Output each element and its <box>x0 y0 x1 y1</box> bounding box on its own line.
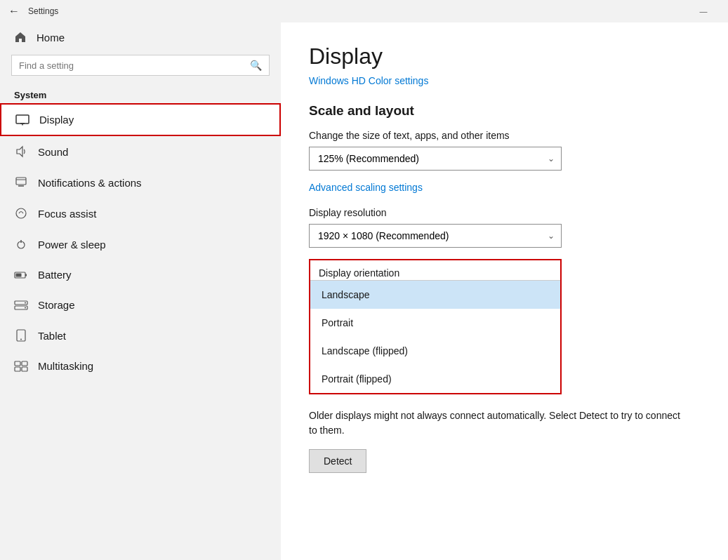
resolution-dropdown[interactable]: 1920 × 1080 (Recommended) 1280 × 720 102… <box>309 224 562 248</box>
svg-point-7 <box>16 208 26 218</box>
info-text: Older displays might not always connect … <box>309 408 688 438</box>
page-title: Display <box>309 44 700 69</box>
svg-rect-11 <box>16 273 22 276</box>
minimize-button[interactable]: — <box>687 0 720 22</box>
search-input[interactable] <box>19 60 244 71</box>
titlebar-left: ← Settings <box>8 5 58 18</box>
svg-rect-19 <box>15 361 20 366</box>
sidebar-item-power[interactable]: Power & sleep <box>0 229 281 260</box>
display-icon <box>15 114 29 126</box>
titlebar-controls: — <box>687 0 720 22</box>
svg-rect-21 <box>15 367 20 371</box>
sidebar-item-multitasking-label: Multitasking <box>38 360 93 372</box>
orientation-dropdown-container: Display orientation Landscape Portrait L… <box>309 259 562 394</box>
scale-dropdown[interactable]: 100% 125% (Recommended) 150% 175% <box>309 147 562 171</box>
scale-dropdown-wrapper: 100% 125% (Recommended) 150% 175% ⌄ <box>309 147 562 171</box>
tablet-icon <box>14 329 28 342</box>
sidebar-item-storage-label: Storage <box>38 299 75 311</box>
orientation-option-portrait-flipped[interactable]: Portrait (flipped) <box>310 365 560 393</box>
svg-point-18 <box>20 339 22 340</box>
detect-button[interactable]: Detect <box>309 449 366 473</box>
orientation-option-landscape-flipped[interactable]: Landscape (flipped) <box>310 337 560 365</box>
sound-icon <box>14 145 28 158</box>
sidebar-item-sound-label: Sound <box>38 146 68 158</box>
back-button[interactable]: ← <box>8 5 20 18</box>
titlebar-title: Settings <box>28 6 58 16</box>
resolution-dropdown-wrapper: 1920 × 1080 (Recommended) 1280 × 720 102… <box>309 224 562 248</box>
titlebar: ← Settings — <box>0 0 728 22</box>
sidebar-item-tablet-label: Tablet <box>38 330 66 342</box>
sidebar: Home 🔍 System Display <box>0 22 281 560</box>
sidebar-item-display-label: Display <box>39 114 74 126</box>
sidebar-item-home[interactable]: Home <box>0 22 281 52</box>
sidebar-item-notifications-label: Notifications & actions <box>38 177 142 189</box>
content-area: Display Windows HD Color settings Scale … <box>281 22 728 560</box>
scale-section-title: Scale and layout <box>309 103 700 119</box>
hd-color-link[interactable]: Windows HD Color settings <box>309 75 700 86</box>
sidebar-item-storage[interactable]: Storage <box>0 290 281 320</box>
home-label: Home <box>37 32 65 44</box>
svg-rect-22 <box>22 367 27 371</box>
sidebar-item-notifications[interactable]: Notifications & actions <box>0 167 281 198</box>
focus-icon <box>14 207 28 220</box>
svg-marker-3 <box>17 147 22 156</box>
orientation-options: Landscape Portrait Landscape (flipped) P… <box>310 280 560 393</box>
sidebar-item-battery[interactable]: Battery <box>0 260 281 290</box>
svg-rect-20 <box>22 361 27 366</box>
main-layout: Home 🔍 System Display <box>0 22 728 560</box>
sidebar-item-sound[interactable]: Sound <box>0 136 281 167</box>
search-icon: 🔍 <box>250 60 262 71</box>
sidebar-item-battery-label: Battery <box>38 269 72 281</box>
sidebar-section-title: System <box>0 84 281 103</box>
sidebar-item-power-label: Power & sleep <box>38 239 106 251</box>
sidebar-item-focus[interactable]: Focus assist <box>0 198 281 229</box>
search-box: 🔍 <box>11 55 270 76</box>
svg-point-15 <box>25 302 26 303</box>
orientation-label: Display orientation <box>310 260 560 280</box>
notifications-icon <box>14 176 28 189</box>
scale-label: Change the size of text, apps, and other… <box>309 130 700 141</box>
svg-rect-4 <box>16 178 26 185</box>
battery-icon <box>14 271 28 279</box>
orientation-option-portrait[interactable]: Portrait <box>310 309 560 337</box>
resolution-label: Display resolution <box>309 207 700 218</box>
sidebar-item-tablet[interactable]: Tablet <box>0 320 281 351</box>
sidebar-item-focus-label: Focus assist <box>38 208 96 220</box>
orientation-option-landscape[interactable]: Landscape <box>310 281 560 309</box>
svg-rect-0 <box>16 115 29 124</box>
storage-icon <box>14 300 28 310</box>
svg-point-16 <box>25 307 26 308</box>
multitasking-icon <box>14 361 28 372</box>
power-icon <box>14 238 28 251</box>
advanced-scaling-link[interactable]: Advanced scaling settings <box>309 182 700 193</box>
sidebar-item-display[interactable]: Display <box>0 103 281 136</box>
sidebar-item-multitasking[interactable]: Multitasking <box>0 351 281 381</box>
home-icon <box>14 31 27 44</box>
